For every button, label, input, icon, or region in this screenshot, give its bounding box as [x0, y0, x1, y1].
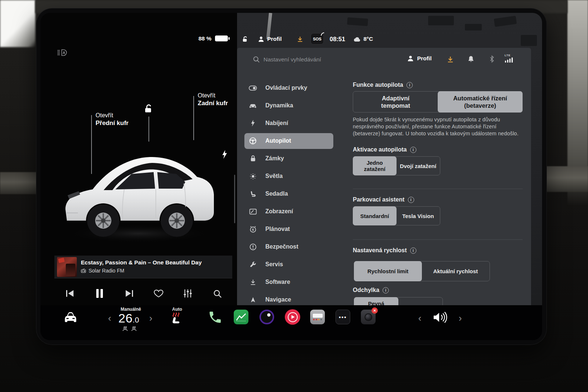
sos-button[interactable]: SOS [311, 33, 324, 44]
rear-trunk-action-label: Otevřít [198, 92, 228, 99]
defrost-front-icon[interactable] [122, 326, 128, 331]
media-player-card[interactable]: Ecstasy, Passion & Pain – One Beautiful … [54, 256, 232, 278]
info-icon[interactable] [383, 287, 389, 293]
car-icon [249, 101, 257, 110]
left-pane-scrollbar[interactable] [234, 175, 235, 223]
play-icon [288, 312, 298, 322]
temp-whole: 26 [118, 311, 133, 325]
sidebar-label: Software [265, 279, 290, 285]
sidebar-item-svetla[interactable]: Světla [244, 167, 333, 185]
temp-fraction: .0 [133, 316, 139, 324]
next-track-button[interactable] [121, 286, 137, 301]
section-title-label: Parkovací asistent [353, 196, 405, 203]
schedule-icon [249, 225, 257, 233]
option-label: Automatické řízení (betaverze) [442, 95, 519, 109]
volume-button[interactable] [432, 311, 449, 324]
temp-decrease-chevron[interactable]: ‹ [108, 313, 111, 323]
media-search-icon[interactable] [209, 286, 225, 301]
option-pevna-hodnota[interactable]: Pevná hodnota [354, 297, 398, 305]
music-app-icon[interactable] [285, 309, 300, 325]
option-tesla-vision[interactable]: Tesla Vision [396, 207, 440, 225]
section-title-parkovaci-asistent: Parkovací asistent [353, 196, 414, 203]
volume-up-chevron[interactable]: › [459, 313, 462, 323]
dashboard-photo: 88 % Profil SOS 08:51 [0, 0, 588, 392]
bolt-icon [249, 119, 257, 127]
software-update-icon[interactable] [297, 33, 304, 45]
volume-down-chevron[interactable]: ‹ [418, 313, 422, 323]
sidebar-item-navigace[interactable]: Navigace [244, 291, 333, 305]
favorite-heart-icon[interactable] [150, 286, 166, 301]
sidebar-item-nabijeni[interactable]: Nabíjení [244, 114, 333, 132]
card-dots [313, 319, 322, 320]
seat-heater-button[interactable] [170, 312, 183, 326]
info-icon[interactable] [410, 147, 416, 153]
vehicle-controls-button[interactable] [62, 310, 79, 324]
sidebar-item-dynamika[interactable]: Dynamika [244, 97, 333, 114]
bottom-dock: ‹ Manuálně 26 .0 › Auto [40, 305, 542, 340]
option-automaticke-rizeni[interactable]: Automatické řízení (betaverze) [438, 91, 523, 113]
option-procenta[interactable]: Procenta [398, 297, 442, 305]
sidebar-item-bezpecnost[interactable]: Bezpečnost [244, 238, 333, 256]
vehicle-visualization[interactable] [60, 134, 220, 252]
section-title-label: Funkce autopilota [353, 82, 403, 88]
equalizer-icon[interactable] [180, 286, 196, 301]
sidebar-item-zobrazeni[interactable]: Zobrazení [244, 203, 333, 220]
auto-headlight-icon [57, 48, 68, 57]
rear-trunk-button[interactable]: Otevřít Zadní kufr [198, 92, 228, 107]
vehicle-unlocked-icon[interactable] [241, 33, 248, 45]
cabin-temperature-button[interactable]: 26 .0 [118, 311, 139, 325]
offset-segmented: Pevná hodnota Procenta [354, 297, 443, 305]
seat-icon [249, 190, 257, 198]
section-title-label: Nastavená rychlost [353, 247, 407, 254]
phone-app-icon[interactable] [208, 310, 222, 325]
sidebar-item-software[interactable]: Software [244, 273, 333, 291]
section-title-label: Odchylka [353, 287, 379, 293]
info-icon[interactable] [408, 197, 414, 203]
camera-app-icon[interactable] [361, 310, 376, 324]
front-trunk-button[interactable]: Otevřít Přední kufr [96, 112, 129, 127]
option-standardni[interactable]: Standardní [353, 206, 397, 225]
info-icon[interactable] [410, 247, 416, 254]
sos-label: SOS [313, 37, 321, 41]
sidebar-label: Servis [265, 261, 283, 268]
driver-profile-button[interactable]: Profil [258, 33, 282, 45]
weather: 8°C [353, 33, 373, 45]
option-jedno-zatazeni[interactable]: Jedno zatažení [353, 156, 397, 175]
option-rychlostni-limit[interactable]: Rychlostní limit [354, 261, 422, 281]
option-dvoji-zatazeni[interactable]: Dvojí zatažení [396, 157, 440, 175]
sidebar-item-autopilot[interactable]: Autopilot [244, 133, 333, 149]
download-icon [249, 278, 257, 286]
sidebar-item-ovladaci-prvky[interactable]: Ovládací prvky [244, 79, 333, 97]
option-adaptivni-tempomat[interactable]: Adaptivní tempomat [353, 92, 438, 112]
charting-app-icon[interactable] [234, 310, 248, 324]
dash-trim-left [0, 172, 38, 194]
divider [353, 189, 523, 189]
touchscreen: 88 % Profil SOS 08:51 [40, 13, 542, 340]
lens [365, 313, 372, 321]
option-aktualni-rychlost[interactable]: Aktuální rychlost [422, 261, 490, 281]
sidebar-label: Navigace [265, 296, 291, 303]
window-light [0, 0, 35, 47]
sidebar-label: Zámky [265, 155, 284, 162]
wrench-icon [249, 260, 257, 268]
album-art[interactable] [57, 257, 77, 277]
park-assist-segmented: Standardní Tesla Vision [353, 206, 440, 225]
more-apps-icon[interactable] [336, 310, 350, 324]
sidebar-item-sedadla[interactable]: Sedadla [244, 185, 333, 203]
info-icon[interactable] [406, 82, 413, 88]
seat-heater-mode-label: Auto [162, 307, 193, 312]
display-icon [249, 207, 257, 215]
sidebar-item-zamky[interactable]: Zámky [244, 150, 333, 167]
option-label: Adaptivní tempomat [375, 95, 416, 109]
defrost-rear-icon[interactable] [131, 326, 137, 331]
charge-port-icon[interactable] [221, 150, 228, 159]
previous-track-button[interactable] [62, 286, 78, 301]
pause-button[interactable] [92, 286, 108, 301]
sidebar-item-planovat[interactable]: Plánovat [244, 220, 333, 238]
toll-card-app-icon[interactable] [310, 310, 325, 324]
light-icon [249, 172, 257, 180]
camera-lens-app-icon[interactable] [259, 310, 274, 324]
unlock-icon[interactable] [144, 103, 154, 114]
temp-increase-chevron[interactable]: › [149, 313, 153, 323]
sidebar-item-servis[interactable]: Servis [244, 256, 333, 273]
